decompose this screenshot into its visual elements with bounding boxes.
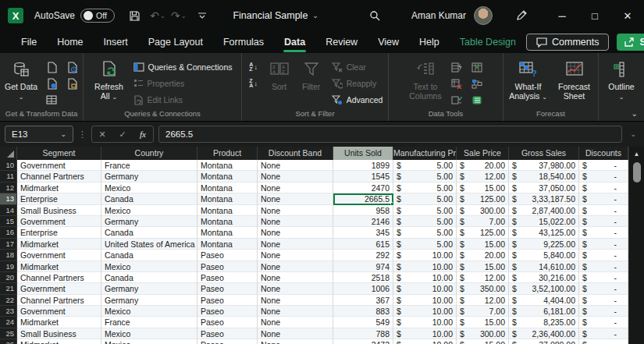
cell[interactable]: None xyxy=(258,272,333,283)
cell[interactable]: $15.00 xyxy=(457,183,509,193)
cell[interactable]: 367 xyxy=(333,295,393,306)
comments-button[interactable]: Comments xyxy=(526,34,609,51)
cell[interactable]: Paseo xyxy=(197,250,258,261)
cell[interactable]: Montana xyxy=(197,239,258,250)
cell[interactable]: None xyxy=(258,193,333,204)
cell[interactable]: None xyxy=(258,205,333,216)
cell[interactable]: $- xyxy=(579,261,628,272)
cell[interactable]: Germany xyxy=(101,171,197,182)
redo-caret-icon[interactable]: ⌄ xyxy=(181,12,187,20)
filter-button[interactable]: Filter xyxy=(296,58,327,91)
cell[interactable]: Canada xyxy=(101,227,197,238)
fill-handle[interactable] xyxy=(390,202,393,205)
cell[interactable]: $10.00 xyxy=(393,283,457,294)
cell[interactable]: $43,125.00 xyxy=(509,227,579,238)
cell[interactable]: Channel Partners xyxy=(17,171,101,182)
cell[interactable]: Montana xyxy=(197,183,258,193)
cell[interactable]: Canada xyxy=(101,193,197,204)
cell[interactable]: $14,610.00 xyxy=(509,261,579,272)
cell[interactable]: Enterprise xyxy=(17,193,101,204)
cell[interactable]: Government xyxy=(17,216,101,227)
cell[interactable]: $125.00 xyxy=(457,227,509,238)
user-name[interactable]: Aman Kumar xyxy=(411,10,466,21)
cell[interactable]: $- xyxy=(579,160,628,171)
refresh-all-button[interactable]: Refresh All ⌄ xyxy=(90,58,129,102)
cell[interactable]: $10.00 xyxy=(393,272,457,283)
cell[interactable]: $6,181.00 xyxy=(509,306,579,317)
cell[interactable]: 883 xyxy=(333,306,393,317)
cell[interactable]: Government xyxy=(17,283,101,294)
cell[interactable]: $15.00 xyxy=(457,317,509,328)
cell[interactable]: Paseo xyxy=(197,272,258,283)
cell[interactable]: $- xyxy=(579,272,628,283)
cell[interactable]: $8,235.00 xyxy=(509,317,579,328)
forecast-sheet-button[interactable]: Forecast Sheet xyxy=(553,58,596,101)
column-header-product[interactable]: Product xyxy=(197,147,258,160)
cell[interactable]: Government xyxy=(17,250,101,261)
share-button[interactable]: Share ⌄ xyxy=(617,34,644,51)
cell[interactable]: $300.00 xyxy=(457,328,509,339)
cell[interactable]: Enterprise xyxy=(17,227,101,238)
cell[interactable]: 345 xyxy=(333,227,393,238)
cell[interactable]: $5.00 xyxy=(393,171,457,182)
cell[interactable]: $3,52,100.00 xyxy=(509,283,579,294)
scrollbar-thumb[interactable] xyxy=(633,162,641,183)
column-header-segment[interactable]: Segment xyxy=(17,147,101,160)
name-box[interactable]: E13 ⌄ xyxy=(5,126,73,143)
tab-home[interactable]: Home xyxy=(47,33,93,51)
cell[interactable]: $12.00 xyxy=(457,171,509,182)
tab-review[interactable]: Review xyxy=(315,33,368,51)
tab-page-layout[interactable]: Page Layout xyxy=(138,33,213,51)
cell[interactable]: 958 xyxy=(333,205,393,216)
formula-input[interactable]: 2665.5 xyxy=(158,126,622,143)
column-header-country[interactable]: Country xyxy=(101,147,197,160)
name-box-caret-icon[interactable]: ⌄ xyxy=(60,130,66,138)
cell[interactable]: None xyxy=(258,339,333,344)
cell[interactable]: Midmarket xyxy=(17,183,101,193)
cell[interactable]: $5.00 xyxy=(393,193,457,204)
cell[interactable]: 1006 xyxy=(333,283,393,294)
cell[interactable]: $- xyxy=(579,306,628,317)
quick-access-customize-button[interactable] xyxy=(192,5,212,26)
insert-function-button[interactable]: fx xyxy=(133,129,153,139)
cell[interactable]: None xyxy=(258,183,333,193)
cell[interactable]: Midmarket xyxy=(17,339,101,344)
row-header-26[interactable]: 26 xyxy=(0,339,17,344)
row-header-17[interactable]: 17 xyxy=(0,239,17,250)
cell[interactable]: $- xyxy=(579,193,628,204)
cell[interactable]: Paseo xyxy=(197,317,258,328)
autosave-toggle[interactable]: Off xyxy=(80,9,115,23)
cell[interactable]: $- xyxy=(579,250,628,261)
cell[interactable]: $15.00 xyxy=(457,261,509,272)
cell[interactable]: Paseo xyxy=(197,339,258,344)
cell[interactable]: $350.00 xyxy=(457,283,509,294)
cell[interactable]: $- xyxy=(579,183,628,193)
cell[interactable]: $9,225.00 xyxy=(509,239,579,250)
minimize-button[interactable]: ─ xyxy=(546,0,578,31)
cell[interactable]: 1545 xyxy=(333,171,393,182)
cell[interactable]: None xyxy=(258,328,333,339)
row-header-13[interactable]: 13 xyxy=(0,193,17,204)
cell[interactable]: None xyxy=(258,295,333,306)
select-all-corner[interactable] xyxy=(0,147,17,160)
cell[interactable]: $- xyxy=(579,283,628,294)
cell[interactable]: United States of America xyxy=(101,239,197,250)
cell[interactable]: $5.00 xyxy=(393,216,457,227)
column-header-discounts[interactable]: Discounts xyxy=(579,147,628,160)
existing-connections-button[interactable] xyxy=(62,76,81,91)
tab-insert[interactable]: Insert xyxy=(94,33,138,51)
reapply-filter-button[interactable]: Reapply xyxy=(329,76,380,91)
tab-table-design[interactable]: Table Design xyxy=(450,33,526,51)
row-header-24[interactable]: 24 xyxy=(0,317,17,328)
tab-data[interactable]: Data xyxy=(274,33,315,51)
cell[interactable]: $10.00 xyxy=(393,295,457,306)
manage-data-model-button[interactable] xyxy=(468,92,486,108)
cell[interactable]: Small Business xyxy=(17,328,101,339)
column-header-gross-sales[interactable]: Gross Sales xyxy=(509,147,579,160)
cell[interactable]: Government xyxy=(17,306,101,317)
cell[interactable]: $12.00 xyxy=(457,272,509,283)
tab-help[interactable]: Help xyxy=(409,33,450,51)
cell[interactable]: $300.00 xyxy=(457,205,509,216)
cell[interactable]: Midmarket xyxy=(17,239,101,250)
column-header-sale-price[interactable]: Sale Price xyxy=(457,147,509,160)
